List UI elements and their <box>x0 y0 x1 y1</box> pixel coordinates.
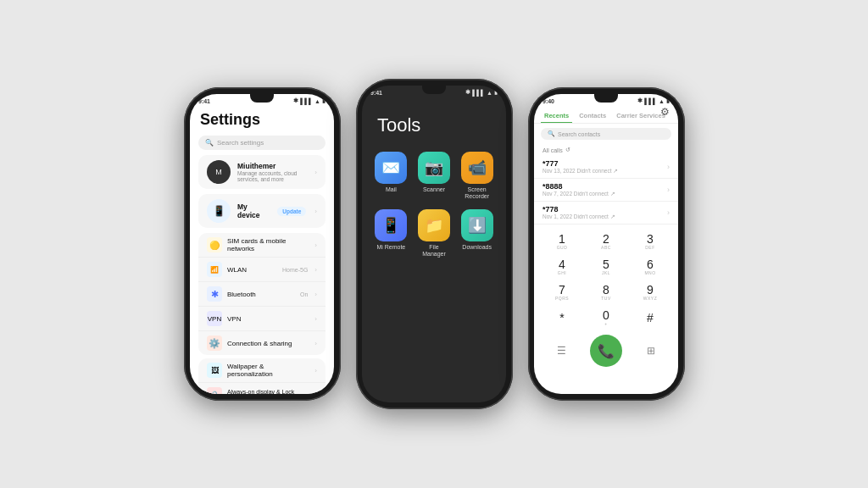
miuithemer-chevron: › <box>314 169 317 176</box>
wlan-value: Home-5G <box>282 267 308 273</box>
tools-content: Tools ✉️ Mail 📷 Scanner 📹 Screen Recorde… <box>362 97 506 270</box>
vpn-row[interactable]: VPN VPN › <box>198 307 326 331</box>
tab-recents[interactable]: Recents <box>541 109 572 123</box>
wallpaper-row[interactable]: 🖼 Wallpaper & personalization › <box>198 358 326 383</box>
tools-signal-icon: ▌▌▌ <box>472 90 485 96</box>
tool-mi-remote[interactable]: 📱 Mi Remote <box>374 209 409 258</box>
mail-icon: ✉️ <box>375 152 407 184</box>
downloads-icon: ⬇️ <box>461 209 493 241</box>
call-info-3: *778 Nov 1, 2022 Didn't connect ↗ <box>542 205 667 220</box>
tool-downloads[interactable]: ⬇️ Downloads <box>459 209 494 258</box>
bluetooth-value: On <box>300 291 308 297</box>
tool-file-manager[interactable]: 📁 File Manager <box>417 209 452 258</box>
tools-title: Tools <box>377 114 420 136</box>
update-badge[interactable]: Update <box>277 207 306 216</box>
dialpad-bottom: ☰ 📞 ⊞ <box>534 331 678 374</box>
settings-screen: 9:41 ✱ ▌▌▌ ▲ ▮ Settings 🔍 Search setting… <box>190 94 334 394</box>
call-row-2[interactable]: *8888 Nov 7, 2022 Didn't connect ↗ › <box>534 179 678 202</box>
dialpad-hash[interactable]: # <box>629 306 671 330</box>
dialpad-1[interactable]: 1GUD <box>541 230 583 253</box>
network-section: 🟡 SIM cards & mobile networks › 📶 WLAN H… <box>198 233 326 355</box>
dialpad-3[interactable]: 3DEF <box>629 230 671 253</box>
my-device-text: My device <box>237 202 270 219</box>
call-arrow-3: › <box>667 208 670 217</box>
time: 9:41 <box>198 98 210 104</box>
dialpad-8[interactable]: 8TUV <box>585 280 627 304</box>
tool-screen-recorder[interactable]: 📹 Screen Recorder <box>459 152 494 201</box>
call-button[interactable]: 📞 <box>590 335 622 367</box>
file-manager-label: File Manager <box>422 244 446 258</box>
file-manager-icon: 📁 <box>418 209 450 241</box>
search-icon: 🔍 <box>205 139 214 147</box>
tools-screen: 9:41 ✱ ▌▌▌ ▲ ▮ Tools ✉️ Mail 📷 Scanner <box>362 86 506 402</box>
dialer-battery-icon: ▮ <box>666 97 670 104</box>
bluetooth-status-icon: ✱ <box>293 97 298 104</box>
dialpad-4[interactable]: 4GHI <box>541 255 583 279</box>
my-device-chevron: › <box>314 208 317 215</box>
settings-search-bar[interactable]: 🔍 Search settings <box>198 136 326 150</box>
dialpad-7[interactable]: 7PQRS <box>541 280 583 304</box>
miuithemer-title: Miuithemer <box>237 162 306 170</box>
call-row-3[interactable]: *778 Nov 1, 2022 Didn't connect ↗ › <box>534 202 678 225</box>
miuithemer-card[interactable]: M Miuithemer Manage accounts, cloud serv… <box>198 155 326 189</box>
phone-dialer: 9:40 ✱ ▌▌▌ ▲ ▮ ⚙ Recents Contacts Carrie… <box>528 87 685 401</box>
my-device-icon: 📱 <box>207 199 231 223</box>
lockscreen-icon: 🔒 <box>207 387 222 394</box>
wifi-icon: ▲ <box>314 98 320 104</box>
wallpaper-icon: 🖼 <box>207 363 222 378</box>
tools-grid: ✉️ Mail 📷 Scanner 📹 Screen Recorder 📱 Mi… <box>374 152 494 258</box>
tools-bluetooth-icon: ✱ <box>465 89 470 96</box>
lockscreen-row[interactable]: 🔒 Always-on display & Lock screen › <box>198 383 326 394</box>
search-icon: 🔍 <box>548 130 555 137</box>
mi-remote-label: Mi Remote <box>376 244 405 251</box>
tool-scanner[interactable]: 📷 Scanner <box>417 152 452 201</box>
battery-icon: ▮ <box>322 97 326 104</box>
dialpad-6[interactable]: 6MNO <box>629 255 671 279</box>
wlan-icon: 📶 <box>207 262 222 277</box>
dialpad-0[interactable]: 0+ <box>585 306 627 330</box>
downloads-label: Downloads <box>462 244 492 251</box>
tool-mail[interactable]: ✉️ Mail <box>374 152 409 201</box>
dialpad-2[interactable]: 2ABC <box>585 230 627 253</box>
display-section: 🖼 Wallpaper & personalization › 🔒 Always… <box>198 358 326 394</box>
connection-chevron: › <box>314 340 317 347</box>
wlan-row[interactable]: 📶 WLAN Home-5G › <box>198 258 326 282</box>
settings-gear-icon[interactable]: ⚙ <box>660 106 670 118</box>
bluetooth-chevron: › <box>314 291 317 298</box>
miuithemer-sub: Manage accounts, cloud services, and mor… <box>237 170 306 182</box>
sim-label: SIM cards & mobile networks <box>227 237 308 252</box>
my-device-title: My device <box>237 202 270 219</box>
dialpad-9[interactable]: 9WXYZ <box>629 280 671 304</box>
call-arrow-2: › <box>667 186 670 194</box>
phone-tools: 9:41 ✱ ▌▌▌ ▲ ▮ Tools ✉️ Mail 📷 Scanner <box>356 79 513 409</box>
search-contacts-placeholder: Search contacts <box>558 131 600 137</box>
phone-notch <box>250 94 274 103</box>
lockscreen-label: Always-on display & Lock screen <box>227 389 308 394</box>
wlan-label: WLAN <box>227 266 277 274</box>
call-arrow-1: › <box>667 163 670 171</box>
refresh-icon: ↺ <box>565 147 570 153</box>
settings-content: Settings 🔍 Search settings M Miuithemer … <box>190 106 334 394</box>
phone2-notch <box>422 86 446 94</box>
menu-icon[interactable]: ☰ <box>548 338 574 363</box>
call-meta-3: Nov 1, 2022 Didn't connect ↗ <box>542 214 667 220</box>
signal-icon: ▌▌▌ <box>300 98 313 104</box>
tools-time: 9:41 <box>370 90 382 96</box>
contacts-grid-icon[interactable]: ⊞ <box>638 338 664 363</box>
wallpaper-label: Wallpaper & personalization <box>227 363 308 378</box>
connection-row[interactable]: ⚙️ Connection & sharing › <box>198 331 326 355</box>
sim-row[interactable]: 🟡 SIM cards & mobile networks › <box>198 233 326 258</box>
vpn-chevron: › <box>314 315 317 323</box>
call-row-1[interactable]: *777 Nov 13, 2022 Didn't connect ↗ › <box>534 156 678 179</box>
dialer-tabs: Recents Contacts Carrier Services <box>534 106 678 124</box>
contacts-search[interactable]: 🔍 Search contacts <box>541 128 671 140</box>
wallpaper-chevron: › <box>314 367 317 374</box>
vpn-label: VPN <box>227 315 308 323</box>
dialpad-5[interactable]: 5JKL <box>585 255 627 279</box>
bluetooth-row[interactable]: ✱ Bluetooth On › <box>198 282 326 307</box>
dialpad-star[interactable]: * <box>541 306 583 330</box>
call-info-2: *8888 Nov 7, 2022 Didn't connect ↗ <box>542 182 667 197</box>
dialer-bluetooth-icon: ✱ <box>637 97 643 104</box>
tab-contacts[interactable]: Contacts <box>576 109 609 123</box>
my-device-card[interactable]: 📱 My device Update › <box>198 194 326 228</box>
